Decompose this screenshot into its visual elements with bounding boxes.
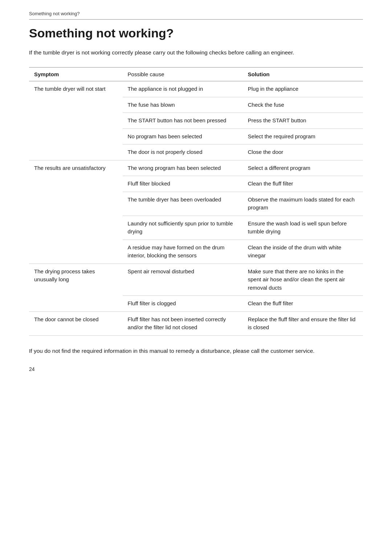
col-header-cause: Possible cause — [123, 68, 243, 81]
cause-cell: The tumble dryer has been overloaded — [123, 192, 243, 216]
troubleshoot-table: Symptom Possible cause Solution The tumb… — [29, 67, 363, 336]
cause-cell: Spent air removal disturbed — [123, 264, 243, 296]
cause-cell: The START button has not been pressed — [123, 113, 243, 129]
solution-cell: Select a different program — [243, 160, 363, 176]
table-row: The tumble dryer will not startThe appli… — [29, 81, 363, 97]
solution-cell: Press the START button — [243, 113, 363, 129]
solution-cell: Make sure that there are no kinks in the… — [243, 264, 363, 296]
table-row: The drying process takes unusually longS… — [29, 264, 363, 296]
solution-cell: Observe the maximum loads stated for eac… — [243, 192, 363, 216]
solution-cell: Replace the fluff filter and ensure the … — [243, 311, 363, 335]
page-number: 24 — [29, 366, 363, 372]
cause-cell: Laundry not sufficiently spun prior to t… — [123, 216, 243, 240]
intro-text: If the tumble dryer is not working corre… — [29, 48, 327, 57]
cause-cell: A residue may have formed on the drum in… — [123, 240, 243, 264]
cause-cell: The door is not properly closed — [123, 144, 243, 160]
solution-cell: Clean the inside of the drum with white … — [243, 240, 363, 264]
cause-cell: The wrong program has been selected — [123, 160, 243, 176]
cause-cell: No program has been selected — [123, 128, 243, 144]
cause-cell: The fuse has blown — [123, 97, 243, 113]
symptom-cell: The results are unsatisfactory — [29, 160, 123, 264]
col-header-symptom: Symptom — [29, 68, 123, 81]
solution-cell: Close the door — [243, 144, 363, 160]
page-title: Something not working? — [29, 26, 363, 40]
breadcrumb: Something not working? — [29, 11, 363, 20]
solution-cell: Clean the fluff filter — [243, 296, 363, 312]
solution-cell: Ensure the wash load is well spun before… — [243, 216, 363, 240]
solution-cell: Clean the fluff filter — [243, 176, 363, 192]
table-header-row: Symptom Possible cause Solution — [29, 68, 363, 81]
table-row: The results are unsatisfactoryThe wrong … — [29, 160, 363, 176]
table-row: The door cannot be closedFluff filter ha… — [29, 311, 363, 335]
symptom-cell: The drying process takes unusually long — [29, 264, 123, 311]
solution-cell: Check the fuse — [243, 97, 363, 113]
cause-cell: The appliance is not plugged in — [123, 81, 243, 97]
cause-cell: Fluff filter has not been inserted corre… — [123, 311, 243, 335]
cause-cell: Fluff filter is clogged — [123, 296, 243, 312]
col-header-solution: Solution — [243, 68, 363, 81]
solution-cell: Plug in the appliance — [243, 81, 363, 97]
solution-cell: Select the required program — [243, 128, 363, 144]
symptom-cell: The door cannot be closed — [29, 311, 123, 335]
cause-cell: Fluff filter blocked — [123, 176, 243, 192]
symptom-cell: The tumble dryer will not start — [29, 81, 123, 160]
footer-text: If you do not find the required informat… — [29, 347, 327, 355]
